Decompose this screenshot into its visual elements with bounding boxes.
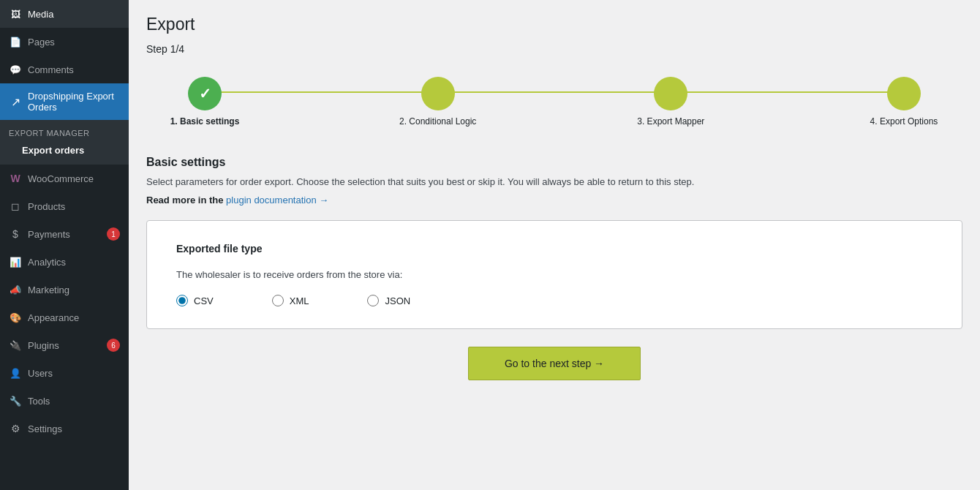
json-label: JSON <box>385 295 410 306</box>
step-2-circle <box>421 77 455 110</box>
step-1-label: 1. Basic settings <box>170 116 240 127</box>
plugins-badge: 6 <box>107 339 120 352</box>
sidebar-item-tools[interactable]: Tools <box>0 387 129 415</box>
step-indicator: Step 1/4 <box>146 43 962 55</box>
appearance-icon <box>9 311 22 324</box>
step-2-label: 2. Conditional Logic <box>399 116 476 127</box>
payments-badge: 1 <box>107 227 120 241</box>
json-option[interactable]: JSON <box>367 295 410 306</box>
sidebar-item-label: Analytics <box>28 257 66 268</box>
csv-option[interactable]: CSV <box>176 295 214 306</box>
sidebar-item-label: Pages <box>28 37 55 48</box>
basic-settings-section: Basic settings Select parameters for ord… <box>146 156 962 380</box>
analytics-icon <box>9 255 22 268</box>
woocommerce-icon <box>9 172 22 185</box>
csv-radio[interactable] <box>176 295 188 306</box>
step-2: 2. Conditional Logic <box>394 77 482 127</box>
sidebar-item-label: Appearance <box>28 312 79 323</box>
doc-prefix: Read more in the <box>146 195 226 206</box>
plugins-icon <box>9 339 22 352</box>
file-type-radio-group: CSV XML JSON <box>176 295 932 306</box>
xml-option[interactable]: XML <box>272 295 309 306</box>
page-title: Export <box>146 15 962 34</box>
sidebar-item-label: Dropshipping Export Orders <box>28 91 120 113</box>
csv-label: CSV <box>194 295 214 306</box>
sidebar-item-pages[interactable]: Pages <box>0 28 129 56</box>
progress-steps: 1. Basic settings 2. Conditional Logic 3… <box>146 69 962 134</box>
settings-icon <box>9 422 22 435</box>
sidebar-item-appearance[interactable]: Appearance <box>0 304 129 331</box>
sidebar-item-marketing[interactable]: Marketing <box>0 276 129 304</box>
pages-icon <box>9 35 22 48</box>
payments-icon <box>9 227 22 241</box>
section-title: Basic settings <box>146 156 962 169</box>
sidebar-item-analytics[interactable]: Analytics <box>0 248 129 276</box>
sidebar-item-label: Media <box>28 9 53 20</box>
file-type-card: Exported file type The wholesaler is to … <box>146 220 962 329</box>
sidebar-item-users[interactable]: Users <box>0 359 129 387</box>
media-icon <box>9 7 22 20</box>
xml-label: XML <box>290 295 309 306</box>
card-subtitle: The wholesaler is to receive orders from… <box>176 269 932 280</box>
json-radio[interactable] <box>367 295 379 306</box>
sidebar-item-label: Tools <box>28 396 50 407</box>
sidebar-item-label: Marketing <box>28 284 69 295</box>
products-icon <box>9 200 22 213</box>
submenu-section-label: Export Manager <box>0 124 129 140</box>
dropship-icon <box>9 95 22 108</box>
xml-radio[interactable] <box>272 295 284 306</box>
sidebar-item-label: Comments <box>28 64 74 75</box>
main-content: Export Step 1/4 1. Basic settings 2. Con… <box>129 0 980 490</box>
sidebar-item-label: Users <box>28 368 53 379</box>
card-title: Exported file type <box>176 243 932 255</box>
marketing-icon <box>9 283 22 296</box>
step-1: 1. Basic settings <box>161 77 249 127</box>
sidebar-item-media[interactable]: Media <box>0 0 129 28</box>
step-4-circle <box>887 77 921 110</box>
export-manager-submenu: Export Manager Export orders <box>0 120 129 165</box>
plugin-documentation-link[interactable]: plugin documentation → <box>226 195 328 206</box>
doc-link-text: Read more in the plugin documentation → <box>146 195 962 206</box>
sidebar: Media Pages Comments Dropshipping Export… <box>0 0 129 490</box>
next-button-container: Go to the next step → <box>146 347 962 380</box>
tools-icon <box>9 394 22 407</box>
step-3: 3. Export Mapper <box>627 77 715 127</box>
next-step-button[interactable]: Go to the next step → <box>468 347 641 380</box>
step-4: 4. Export Options <box>860 77 948 127</box>
sidebar-item-label: Payments <box>28 229 70 240</box>
steps-line <box>197 91 911 93</box>
sidebar-item-products[interactable]: Products <box>0 192 129 220</box>
sidebar-item-label: WooCommerce <box>28 173 94 184</box>
check-icon <box>199 85 211 102</box>
sidebar-item-payments[interactable]: Payments 1 <box>0 220 129 248</box>
section-description: Select parameters for order export. Choo… <box>146 176 962 187</box>
sidebar-item-label: Plugins <box>28 340 59 351</box>
sidebar-item-label: Products <box>28 201 65 212</box>
sidebar-item-label: Settings <box>28 423 62 434</box>
sidebar-item-settings[interactable]: Settings <box>0 415 129 442</box>
step-3-label: 3. Export Mapper <box>637 116 704 127</box>
step-1-circle <box>188 77 222 110</box>
step-3-circle <box>654 77 687 110</box>
sidebar-item-dropshipping[interactable]: Dropshipping Export Orders <box>0 83 129 120</box>
sidebar-item-comments[interactable]: Comments <box>0 56 129 83</box>
submenu-item-export-orders[interactable]: Export orders <box>0 140 129 160</box>
step-4-label: 4. Export Options <box>870 116 938 127</box>
sidebar-item-woocommerce[interactable]: WooCommerce <box>0 165 129 192</box>
sidebar-item-plugins[interactable]: Plugins 6 <box>0 331 129 359</box>
users-icon <box>9 366 22 380</box>
comments-icon <box>9 63 22 76</box>
